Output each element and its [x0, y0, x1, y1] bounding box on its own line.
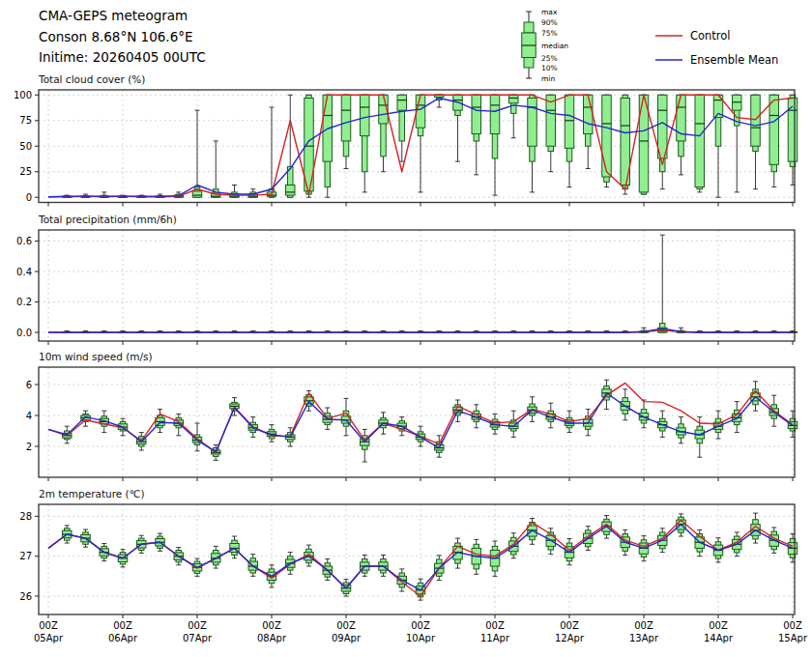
legend-box-label: median — [541, 42, 568, 50]
x-time-label: 00Z — [113, 620, 132, 631]
x-date-label: 13Apr — [629, 633, 659, 643]
y-tick-label: 0.2 — [16, 297, 32, 307]
cloud-box — [212, 141, 221, 197]
x-time-label: 00Z — [634, 620, 653, 631]
y-tick-label: 25 — [19, 166, 32, 177]
y-tick-label: 100 — [14, 90, 32, 100]
y-tick-label: 28 — [19, 511, 32, 522]
x-date-label: 06Apr — [108, 633, 138, 643]
temp-box — [230, 536, 240, 558]
cloud-box — [361, 95, 370, 192]
cloud-box — [341, 95, 351, 168]
x-time-label: 00Z — [485, 620, 505, 631]
x-time-label: 00Z — [188, 620, 207, 631]
cloud-box — [695, 95, 705, 192]
x-date-label: 14Apr — [704, 633, 734, 643]
legend-box-25-10 — [524, 58, 534, 69]
cloud-box — [733, 95, 742, 192]
y-tick-label: 50 — [19, 141, 32, 152]
wind-box — [639, 400, 649, 428]
x-time-label: 00Z — [560, 620, 579, 631]
legend-series-label: Ensemble Mean — [690, 53, 778, 67]
precip-box — [658, 235, 668, 332]
meteogram-figure: CMA-GEPS meteogram Conson 8.68°N 106.6°E… — [0, 0, 812, 657]
cloud-box — [528, 95, 537, 192]
y-tick-label: 26 — [19, 591, 32, 602]
panel-border — [39, 230, 795, 341]
legend-box-label: 75% — [541, 29, 558, 38]
x-date-label: 08Apr — [257, 633, 287, 643]
x-date-label: 11Apr — [480, 633, 510, 643]
y-tick-label: 2 — [26, 442, 32, 452]
legend-series-label: Control — [690, 29, 731, 43]
x-time-label: 00Z — [39, 620, 58, 631]
y-tick-label: 0.4 — [16, 267, 32, 277]
cloud-box — [435, 95, 445, 107]
cloud-box — [751, 95, 761, 188]
panel-temp: 262728 — [19, 504, 797, 618]
cloud-box — [621, 95, 630, 194]
legend-box-label: max — [541, 8, 558, 16]
wind-box — [81, 411, 91, 426]
legend-box-label: 25% — [541, 54, 558, 63]
y-tick-label: 0.6 — [16, 236, 32, 246]
cloud-box — [472, 95, 481, 175]
temp-box — [248, 555, 258, 577]
x-date-label: 15Apr — [778, 633, 808, 643]
y-tick-label: 6 — [26, 380, 32, 390]
wind-box — [361, 429, 370, 462]
legend-box-label: min — [541, 74, 555, 83]
panel-cloud: 0255075100 — [14, 90, 798, 207]
cloud-box — [546, 95, 556, 171]
panel-precip: 0.00.20.40.6 — [16, 230, 798, 345]
x-time-label: 00Z — [783, 620, 802, 631]
x-date-label: 12Apr — [555, 633, 585, 643]
meteogram-chart: 02550751000.00.20.40.624626272800Z05Apr0… — [0, 0, 812, 657]
y-tick-label: 4 — [26, 411, 32, 421]
legend-box-label: 10% — [541, 64, 558, 72]
x-time-label: 00Z — [709, 620, 728, 631]
cloud-box — [658, 95, 668, 188]
y-tick-label: 27 — [19, 551, 32, 561]
x-date-label: 10Apr — [406, 633, 436, 643]
legend-box-label: 90% — [541, 18, 558, 27]
y-tick-label: 0 — [26, 192, 32, 203]
cloud-box — [509, 95, 519, 137]
x-date-label: 09Apr — [332, 633, 362, 643]
x-time-label: 00Z — [262, 620, 281, 631]
legend-box-90-75 — [524, 22, 534, 33]
y-tick-label: 75 — [19, 115, 32, 126]
wind-box — [751, 382, 761, 411]
cloud-box — [602, 95, 612, 186]
y-tick-label: 0.0 — [16, 328, 32, 338]
cloud-box — [565, 95, 574, 186]
cloud-box — [453, 95, 463, 161]
x-axis-labels: 00Z05Apr00Z06Apr00Z07Apr00Z08Apr00Z09Apr… — [34, 620, 808, 643]
legend: max90%75%median25%10%minControlEnsemble … — [522, 8, 779, 83]
wind-box — [156, 410, 165, 433]
cloud-box — [397, 95, 407, 161]
cloud-box — [192, 110, 202, 197]
x-time-label: 00Z — [336, 620, 356, 631]
panel-wind: 246 — [26, 367, 798, 481]
x-time-label: 00Z — [411, 620, 430, 631]
x-date-label: 05Apr — [34, 633, 64, 643]
x-date-label: 07Apr — [183, 633, 213, 643]
cloud-box — [769, 95, 779, 186]
